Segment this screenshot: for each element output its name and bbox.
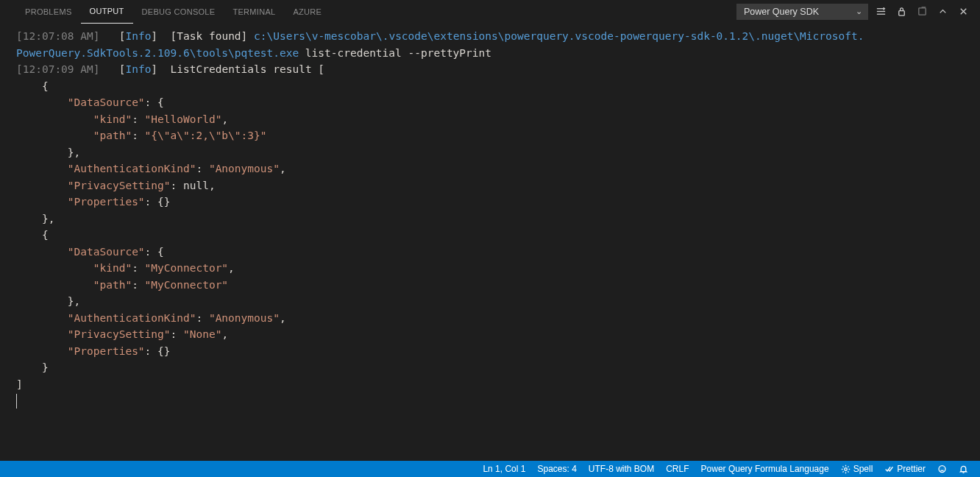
output-channel-dropdown[interactable]: Power Query SDK ⌄ (736, 4, 868, 20)
log-message: ListCredentials result [ (171, 63, 325, 75)
double-check-icon (884, 464, 894, 474)
json-text: : (132, 279, 144, 291)
lock-icon[interactable] (893, 4, 909, 20)
status-spaces[interactable]: Spaces: 4 (531, 461, 582, 477)
json-text: : (132, 130, 144, 141)
json-text: "kind" (16, 113, 132, 125)
json-text: "Properties" (16, 196, 145, 208)
json-text: null (183, 180, 209, 191)
json-text: : { (145, 96, 164, 108)
json-text: { (16, 229, 49, 241)
log-path-cont: PowerQuery.SdkTools.2.109.6\tools\pqtest… (16, 47, 299, 59)
json-text: , (209, 180, 216, 191)
json-text: "PrivacySetting" (16, 180, 171, 191)
json-text: "PrivacySetting" (16, 328, 171, 340)
status-bar: Ln 1, Col 1 Spaces: 4 UTF-8 with BOM CRL… (0, 461, 980, 477)
json-text: "DataSource" (16, 246, 145, 258)
json-text: , (280, 163, 286, 174)
log-level: Info (125, 30, 151, 42)
json-text: , (221, 113, 228, 125)
json-text: "kind" (16, 262, 132, 274)
tab-terminal[interactable]: TERMINAL (224, 0, 284, 24)
status-prettier[interactable]: Prettier (878, 461, 931, 477)
json-text: : (196, 312, 208, 324)
json-text: : (171, 328, 183, 340)
json-text: : (171, 180, 183, 191)
tab-problems[interactable]: PROBLEMS (16, 0, 81, 24)
json-text: , (221, 328, 228, 340)
json-text: : {} (145, 196, 171, 208)
json-text: , (228, 262, 235, 274)
log-path: c:\Users\v-mescobar\.vscode\extensions\p… (254, 30, 864, 42)
log-level: Info (125, 63, 151, 75)
svg-point-11 (940, 467, 941, 468)
status-notifications[interactable] (953, 461, 974, 477)
status-spell[interactable]: Spell (835, 461, 879, 477)
bell-icon (959, 464, 968, 474)
json-text: : (196, 163, 208, 174)
text-cursor (16, 394, 17, 409)
json-text: }, (16, 213, 54, 225)
json-text: "HelloWorld" (145, 113, 222, 125)
json-text: "AuthenticationKind" (16, 163, 196, 174)
json-text: }, (16, 146, 80, 158)
json-text: "None" (183, 328, 221, 340)
json-text: "path" (16, 130, 132, 141)
status-prettier-label: Prettier (897, 464, 926, 474)
json-text: "AuthenticationKind" (16, 312, 196, 324)
log-timestamp: [12:07:08 AM] (16, 30, 100, 42)
svg-point-10 (939, 465, 945, 472)
log-task: Task found (177, 30, 241, 42)
json-text: "MyConnector" (145, 262, 229, 274)
status-eol[interactable]: CRLF (660, 461, 695, 477)
output-body[interactable]: [12:07:08 AM] [Info] [Task found] c:\Use… (0, 24, 980, 409)
filter-icon[interactable] (873, 4, 889, 20)
json-text: : (132, 262, 144, 274)
json-text: : { (145, 246, 164, 258)
chevron-up-icon[interactable] (934, 4, 951, 20)
chevron-down-icon: ⌄ (856, 7, 862, 16)
svg-point-12 (943, 467, 944, 468)
rbracket: ] (151, 63, 157, 75)
json-text: "{\"a\":2,\"b\":3}" (145, 130, 267, 141)
json-text: "path" (16, 279, 132, 291)
json-text: : {} (145, 345, 171, 357)
feedback-icon (937, 464, 947, 474)
json-text: "Anonymous" (209, 163, 280, 174)
status-language[interactable]: Power Query Formula Language (695, 461, 835, 477)
gear-icon (841, 464, 851, 474)
task-lbracket: [ (171, 30, 177, 42)
status-encoding[interactable]: UTF-8 with BOM (583, 461, 660, 477)
svg-point-9 (844, 467, 847, 470)
log-timestamp: [12:07:09 AM] (16, 63, 100, 75)
tab-output[interactable]: OUTPUT (81, 0, 133, 24)
json-text: ] (16, 378, 23, 390)
json-text: { (16, 80, 49, 92)
json-text: : (132, 113, 144, 125)
status-feedback[interactable] (931, 461, 953, 477)
panel-tab-row: PROBLEMS OUTPUT DEBUG CONSOLE TERMINAL A… (0, 0, 980, 24)
json-text: "Properties" (16, 345, 145, 357)
rbracket: ] (151, 30, 157, 42)
status-ln-col[interactable]: Ln 1, Col 1 (477, 461, 531, 477)
json-text: }, (16, 295, 80, 307)
tab-debug-console[interactable]: DEBUG CONSOLE (133, 0, 224, 24)
json-text: "Anonymous" (209, 312, 280, 324)
clear-output-icon[interactable] (914, 4, 930, 20)
task-rbracket: ] (241, 30, 248, 42)
status-spell-label: Spell (853, 464, 873, 474)
close-icon[interactable] (955, 4, 971, 20)
tab-azure[interactable]: AZURE (284, 0, 330, 24)
log-cmd: list-credential --prettyPrint (299, 47, 491, 59)
svg-rect-5 (918, 8, 925, 15)
panel-toolbar: Power Query SDK ⌄ (736, 4, 980, 20)
svg-rect-4 (898, 11, 904, 16)
json-text: "MyConnector" (145, 279, 229, 291)
json-text: } (16, 361, 49, 373)
output-channel-label: Power Query SDK (744, 7, 819, 17)
json-text: "DataSource" (16, 96, 145, 108)
json-text: , (280, 312, 286, 324)
